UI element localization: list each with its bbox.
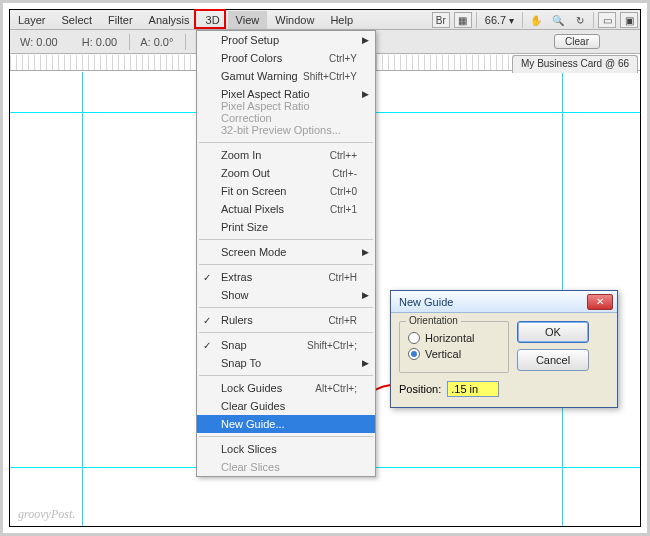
menu-item-lock-guides[interactable]: Lock GuidesAlt+Ctrl+;	[197, 379, 375, 397]
zoom-value[interactable]: 66.7 ▾	[481, 14, 518, 26]
menu-item-screen-mode[interactable]: Screen Mode▶	[197, 243, 375, 261]
menubar: LayerSelectFilterAnalysis3DViewWindowHel…	[10, 10, 640, 30]
menu-item-print-size[interactable]: Print Size	[197, 218, 375, 236]
menu-item-actual-pixels[interactable]: Actual PixelsCtrl+1	[197, 200, 375, 218]
arrange-icon[interactable]: ▣	[620, 12, 638, 28]
menu-item-proof-colors[interactable]: Proof ColorsCtrl+Y	[197, 49, 375, 67]
menu-select[interactable]: Select	[54, 11, 101, 29]
menu-view[interactable]: View	[228, 11, 268, 29]
radio-icon	[408, 332, 420, 344]
br-icon[interactable]: Br	[432, 12, 450, 28]
top-toolbar: Br ▦ 66.7 ▾ ✋ 🔍 ↻ ▭ ▣	[432, 10, 638, 30]
close-icon[interactable]: ✕	[587, 294, 613, 310]
document-tab[interactable]: My Business Card @ 66	[512, 55, 638, 73]
menu-item-snap[interactable]: ✓SnapShift+Ctrl+;	[197, 336, 375, 354]
menu-item-proof-setup[interactable]: Proof Setup▶	[197, 31, 375, 49]
angle-readout: A: 0.0°	[140, 36, 173, 48]
new-guide-dialog: New Guide ✕ Orientation Horizontal Verti…	[390, 290, 618, 408]
guide-vertical[interactable]	[82, 72, 83, 526]
menu-filter[interactable]: Filter	[100, 11, 140, 29]
watermark: groovyPost.	[18, 507, 75, 522]
width-readout: W: 0.00	[20, 36, 58, 48]
menu-item-show[interactable]: Show▶	[197, 286, 375, 304]
menu-item-zoom-out[interactable]: Zoom OutCtrl+-	[197, 164, 375, 182]
menu-item-clear-slices: Clear Slices	[197, 458, 375, 476]
menu-item-rulers[interactable]: ✓RulersCtrl+R	[197, 311, 375, 329]
menu-window[interactable]: Window	[267, 11, 322, 29]
screen-mode-icon[interactable]: ▭	[598, 12, 616, 28]
view-menu-dropdown: Proof Setup▶Proof ColorsCtrl+YGamut Warn…	[196, 30, 376, 477]
menu-item-extras[interactable]: ✓ExtrasCtrl+H	[197, 268, 375, 286]
menu-3d[interactable]: 3D	[198, 11, 228, 29]
rotate-icon[interactable]: ↻	[571, 12, 589, 28]
menu-item-pixel-aspect-ratio-correction: Pixel Aspect Ratio Correction	[197, 103, 375, 121]
menu-item-zoom-in[interactable]: Zoom InCtrl++	[197, 146, 375, 164]
menu-help[interactable]: Help	[322, 11, 361, 29]
hand-icon[interactable]: ✋	[527, 12, 545, 28]
radio-icon	[408, 348, 420, 360]
dialog-title: New Guide	[399, 296, 453, 308]
radio-horizontal[interactable]: Horizontal	[408, 332, 500, 344]
cancel-button[interactable]: Cancel	[517, 349, 589, 371]
menu-item-32-bit-preview-options: 32-bit Preview Options...	[197, 121, 375, 139]
radio-vertical[interactable]: Vertical	[408, 348, 500, 360]
orientation-legend: Orientation	[406, 315, 461, 326]
menu-item-clear-guides[interactable]: Clear Guides	[197, 397, 375, 415]
menu-item-snap-to[interactable]: Snap To▶	[197, 354, 375, 372]
position-label: Position:	[399, 383, 441, 395]
menu-analysis[interactable]: Analysis	[141, 11, 198, 29]
height-readout: H: 0.00	[82, 36, 117, 48]
clear-button[interactable]: Clear	[554, 34, 600, 49]
ok-button[interactable]: OK	[517, 321, 589, 343]
menu-item-new-guide[interactable]: New Guide...	[197, 415, 375, 433]
menu-item-gamut-warning[interactable]: Gamut WarningShift+Ctrl+Y	[197, 67, 375, 85]
position-input[interactable]	[447, 381, 499, 397]
mb-icon[interactable]: ▦	[454, 12, 472, 28]
menu-item-lock-slices[interactable]: Lock Slices	[197, 440, 375, 458]
zoom-icon[interactable]: 🔍	[549, 12, 567, 28]
menu-layer[interactable]: Layer	[10, 11, 54, 29]
menu-item-fit-on-screen[interactable]: Fit on ScreenCtrl+0	[197, 182, 375, 200]
